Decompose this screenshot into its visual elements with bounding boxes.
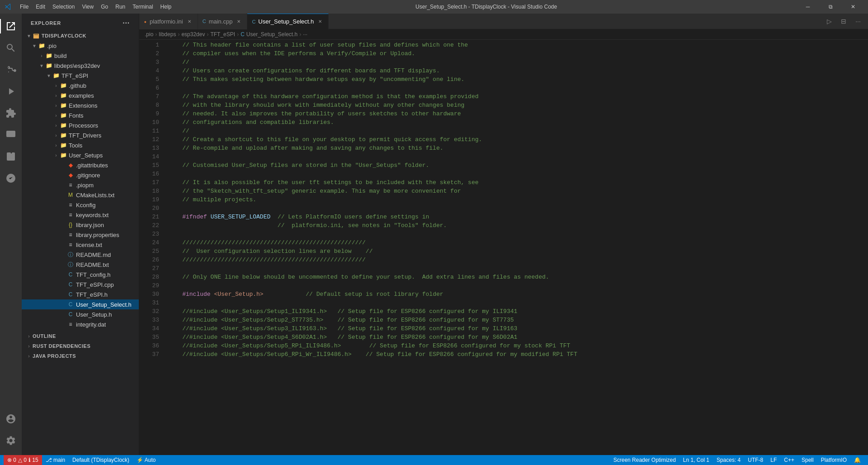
run-code-button[interactable]: ▷ <box>823 15 835 28</box>
tree-licensetxt[interactable]: ≡ license.txt <box>22 240 139 250</box>
split-editor-button[interactable]: ⊟ <box>837 15 850 28</box>
tree-examples[interactable]: › 📁 examples <box>22 90 139 100</box>
tree-usersetupselect[interactable]: C User_Setup_Select.h <box>22 299 139 309</box>
code-line-32: //#include <User_Setups/Setup1_ILI9341.h… <box>168 307 868 316</box>
menu-edit[interactable]: Edit <box>32 2 49 12</box>
status-notifications[interactable]: 🔔 <box>850 455 864 465</box>
accounts-icon[interactable] <box>0 408 22 430</box>
tree-root[interactable]: ▼ TDISPLAYCLOCK <box>22 31 139 41</box>
status-spaces[interactable]: Spaces: 4 <box>713 455 744 465</box>
status-line-ending[interactable]: LF <box>767 455 780 465</box>
tree-fonts[interactable]: › 📁 Fonts <box>22 110 139 120</box>
tree-usersetuph[interactable]: C User_Setup.h <box>22 309 139 319</box>
menu-selection[interactable]: Selection <box>49 2 78 12</box>
tab-maincpp[interactable]: C main.cpp ✕ <box>198 14 248 29</box>
extensions-icon[interactable] <box>0 102 22 124</box>
restore-button[interactable]: ⧉ <box>820 0 841 14</box>
testing-icon[interactable] <box>0 146 22 167</box>
tree-gitignore[interactable]: ◆ .gitignore <box>22 170 139 180</box>
breadcrumb-libdeps[interactable]: libdeps <box>159 31 176 38</box>
source-control-icon[interactable] <box>0 59 22 81</box>
breadcrumb-file-icon: C <box>241 31 245 38</box>
tree-integritydat[interactable]: ≡ integrity.dat <box>22 319 139 329</box>
tree-piopm[interactable]: ≡ .piopm <box>22 180 139 190</box>
tree-cmakelists[interactable]: M CMakeLists.txt <box>22 190 139 200</box>
tree-readmetxt[interactable]: ⓘ README.txt <box>22 260 139 270</box>
run-debug-icon[interactable] <box>0 81 22 102</box>
tree-gitattributes[interactable]: ◆ .gitattributes <box>22 160 139 170</box>
breadcrumb-pio[interactable]: .pio <box>145 31 153 38</box>
search-icon[interactable] <box>0 37 22 59</box>
breadcrumb-more[interactable]: ··· <box>303 31 307 38</box>
usersetupselect-label: User_Setup_Select.h <box>76 301 132 308</box>
menu-bar: File Edit Selection View Go Run Terminal… <box>16 2 175 12</box>
tree-kconfig[interactable]: ≡ Kconfig <box>22 200 139 210</box>
github-label: .github <box>69 82 86 89</box>
status-branch[interactable]: ⎇ main <box>42 455 69 465</box>
status-error-area[interactable]: ⊗ 0 △ 0 ℹ 15 <box>4 455 42 465</box>
tree-javaprojects-header[interactable]: › JAVA PROJECTS <box>22 351 139 361</box>
tree-outline-header[interactable]: › OUTLINE <box>22 331 139 341</box>
svg-rect-0 <box>6 131 15 137</box>
tree-tools[interactable]: › 📁 Tools <box>22 140 139 150</box>
tree-tftdrivers[interactable]: › 📁 TFT_Drivers <box>22 130 139 140</box>
menu-terminal[interactable]: Terminal <box>129 2 156 12</box>
tree-libraryjson[interactable]: {} library.json <box>22 220 139 230</box>
tree-pio[interactable]: ▼ 📁 .pio <box>22 41 139 51</box>
menu-run[interactable]: Run <box>112 2 129 12</box>
tree-github[interactable]: › 📁 .github <box>22 81 139 90</box>
menu-file[interactable]: File <box>16 2 32 12</box>
sidebar-more-icon[interactable]: ··· <box>123 19 130 27</box>
tree-extensions[interactable]: › 📁 Extensions <box>22 100 139 110</box>
status-warnings: △ 0 <box>18 457 27 463</box>
tree-tftconfig[interactable]: C TFT_config.h <box>22 270 139 280</box>
tree-tftespih[interactable]: C TFT_eSPI.h <box>22 289 139 299</box>
menu-help[interactable]: Help <box>157 2 175 12</box>
status-platform[interactable]: PlatformIO <box>817 455 850 465</box>
tab-usersetupselect-close[interactable]: ✕ <box>316 18 324 25</box>
tree-libraryprops[interactable]: ≡ library.properties <box>22 230 139 240</box>
code-editor[interactable]: 12345 678910 1112131415 1617181920 21222… <box>139 40 868 455</box>
tab-usersetupselect[interactable]: C User_Setup_Select.h ✕ <box>247 14 329 29</box>
status-auto[interactable]: ⚡ Auto <box>133 455 159 465</box>
status-language[interactable]: C++ <box>780 455 798 465</box>
platformio-icon[interactable] <box>0 167 22 189</box>
sidebar-title: EXPLORER <box>31 20 61 26</box>
breadcrumb-file[interactable]: User_Setup_Select.h <box>246 31 297 38</box>
tree-processors[interactable]: › 📁 Processors <box>22 120 139 130</box>
status-remote[interactable]: Default (TDisplayClock) <box>69 455 133 465</box>
status-spell[interactable]: Spell <box>798 455 817 465</box>
status-screen-reader[interactable]: Screen Reader Optimized <box>610 455 679 465</box>
code-content[interactable]: // This header file contains a list of u… <box>163 40 868 455</box>
tab-bar: ⬥ platformio.ini ✕ C main.cpp ✕ C User_S… <box>139 14 868 29</box>
tab-maincpp-close[interactable]: ✕ <box>235 18 242 25</box>
minimize-button[interactable]: ─ <box>797 0 818 14</box>
tree-usersetups[interactable]: › 📁 User_Setups <box>22 150 139 160</box>
close-button[interactable]: ✕ <box>843 0 863 14</box>
status-encoding[interactable]: UTF-8 <box>744 455 767 465</box>
tree-rustdeps-header[interactable]: › RUST DEPENDENCIES <box>22 341 139 351</box>
tree-tftespi[interactable]: ▼ 📁 TFT_eSPI <box>22 71 139 81</box>
code-line-20 <box>168 204 868 213</box>
tftconfig-icon: C <box>67 271 74 278</box>
explorer-icon[interactable] <box>0 15 22 37</box>
tree-tftespicpp[interactable]: C TFT_eSPI.cpp <box>22 280 139 289</box>
settings-icon[interactable] <box>0 430 22 451</box>
tree-readmemd[interactable]: ⓘ README.md <box>22 250 139 260</box>
menu-view[interactable]: View <box>78 2 97 12</box>
breadcrumb-tftespi[interactable]: TFT_eSPI <box>210 31 235 38</box>
status-ln-col[interactable]: Ln 1, Col 1 <box>679 455 713 465</box>
fonts-label: Fonts <box>69 112 84 119</box>
sidebar: EXPLORER ··· ▼ TDISPLAYCLOCK ▼ 📁 .pio <box>22 14 139 455</box>
tab-platformio-close[interactable]: ✕ <box>186 18 193 25</box>
remote-explorer-icon[interactable] <box>0 124 22 146</box>
menu-go[interactable]: Go <box>97 2 112 12</box>
fonts-arrow: › <box>52 113 60 118</box>
breadcrumb-esp32dev[interactable]: esp32dev <box>181 31 205 38</box>
tree-build[interactable]: › 📁 build <box>22 51 139 61</box>
piopm-label: .piopm <box>76 182 94 189</box>
more-actions-button[interactable]: ··· <box>852 15 864 28</box>
tree-keywords[interactable]: ≡ keywords.txt <box>22 210 139 220</box>
tab-platformio[interactable]: ⬥ platformio.ini ✕ <box>139 14 198 29</box>
tree-libdeps[interactable]: ▼ 📁 libdeps\esp32dev <box>22 61 139 71</box>
